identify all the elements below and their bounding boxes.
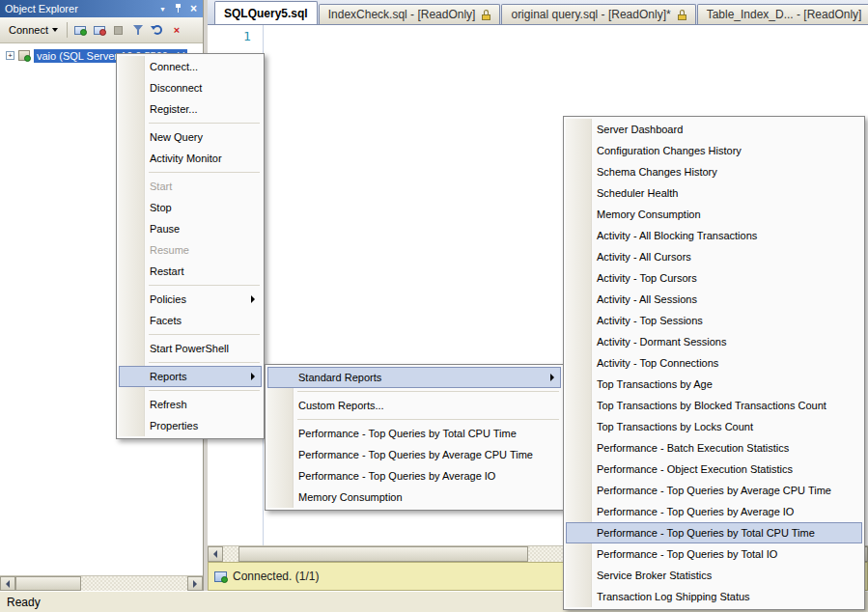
menu-item[interactable]: Performance - Top Queries by Total IO [566,543,862,565]
menu-separator [149,362,260,363]
document-tab[interactable]: original query.sql - [ReadOnly]* [501,4,695,24]
menu-item[interactable]: Performance - Top Queries by Total CPU T… [267,423,561,444]
stop-icon[interactable] [109,20,128,40]
window-position-button[interactable]: ▼ [155,2,170,15]
status-text: Ready [7,596,41,609]
menu-item[interactable]: Performance - Batch Execution Statistics [566,437,862,459]
menu-item-label: Reports [150,371,187,382]
menu-item[interactable]: Start [119,176,262,197]
object-explorer-hscrollbar[interactable] [0,575,203,591]
expand-icon[interactable]: + [6,51,14,60]
menu-item[interactable]: Performance - Top Queries by Total CPU T… [566,522,862,543]
connect-dropdown-button[interactable]: Connect [3,20,64,40]
menu-item[interactable]: Facets [119,310,262,331]
lock-body-glyph [678,14,686,20]
lock-icon [482,10,490,20]
menu-item[interactable]: Restart [119,261,262,282]
document-tab[interactable]: SQLQuery5.sql [214,1,318,24]
menu-item[interactable]: Policies [119,289,262,310]
menu-item[interactable]: Properties [119,415,262,436]
filter-icon[interactable] [128,20,148,40]
menu-item[interactable]: Resume [119,239,262,261]
scrollbar-track[interactable] [15,576,187,591]
server-context-menu: Connect... Disconnect Register... New Qu… [116,53,265,439]
tab-label: Table_Index_D... - [ReadOnly] [707,8,862,21]
menu-item-label: Resume [150,244,189,256]
menu-item-label: Custom Reports... [298,400,384,411]
scroll-left-button[interactable] [0,576,15,591]
menu-item-label: Pause [150,223,180,235]
menu-item-label: Register... [150,103,198,115]
menu-item[interactable]: Performance - Top Queries by Average CPU… [566,480,862,501]
menu-item-label: Performance - Top Queries by Average IO [597,506,794,517]
menu-item-label: Server Dashboard [597,124,683,135]
disconnect-server-icon[interactable] [90,20,109,40]
menu-item[interactable]: Custom Reports... [267,395,561,416]
menu-item[interactable]: Transaction Log Shipping Status [566,586,862,607]
menu-item[interactable]: Scheduler Health [566,182,862,204]
menu-item[interactable]: Refresh [119,394,262,415]
menu-item[interactable]: Disconnect [119,77,262,98]
menu-item[interactable]: Performance - Object Execution Statistic… [566,459,862,480]
menu-item-label: Top Transactions by Locks Count [597,421,753,432]
menu-separator [149,334,260,335]
menu-item[interactable]: Activity - Top Cursors [566,267,862,289]
menu-item[interactable]: Memory Consumption [267,487,561,508]
tab-label: IndexCheck.sql - [ReadOnly] [328,8,476,21]
object-explorer-titlebar[interactable]: Object Explorer ▼ × [0,0,203,17]
menu-item[interactable]: Start PowerShell [119,338,262,359]
menu-item[interactable]: Pause [119,218,262,239]
menu-item[interactable]: Top Transactions by Blocked Transactions… [566,395,862,416]
menu-item[interactable]: Activity - All Blocking Transactions [566,225,862,246]
menu-item-label: Performance - Object Execution Statistic… [597,463,793,475]
menu-item[interactable]: Top Transactions by Age [566,374,862,395]
menu-item[interactable]: Performance - Top Queries by Average CPU… [267,444,561,465]
menu-item[interactable]: Top Transactions by Locks Count [566,416,862,437]
chevron-down-icon: ▼ [159,6,166,13]
menu-item[interactable]: Activity - Top Sessions [566,310,862,331]
server-icon [18,50,30,61]
scroll-left-button[interactable] [208,546,223,562]
remove-icon[interactable]: × [167,20,186,40]
server-plug-glyph [74,26,86,35]
menu-item-label: Memory Consumption [597,209,701,220]
menu-item-label: Transaction Log Shipping Status [597,591,750,602]
menu-item[interactable]: Activity - Dormant Sessions [566,331,862,352]
menu-item[interactable]: Server Dashboard [566,119,862,140]
scroll-right-button[interactable] [187,576,203,591]
menu-item-label: Activity Monitor [150,153,222,164]
menu-item[interactable]: Schema Changes History [566,161,862,182]
menu-item[interactable]: Performance - Top Queries by Average IO [566,501,862,522]
menu-item[interactable]: Performance - Top Queries by Average IO [267,465,561,487]
menu-item[interactable]: Register... [119,98,262,120]
menu-item[interactable]: Memory Consumption [566,204,862,225]
menu-item[interactable]: Reports [119,366,262,387]
close-panel-button[interactable]: × [186,2,201,15]
connect-server-icon[interactable] [70,20,90,40]
submenu-arrow-icon [550,374,554,381]
menu-item[interactable]: Standard Reports [267,367,561,388]
menu-item[interactable]: Activity - All Sessions [566,289,862,310]
scrollbar-thumb[interactable] [15,576,81,591]
document-tab[interactable]: Table_Index_D... - [ReadOnly] [697,4,868,24]
document-tab[interactable]: IndexCheck.sql - [ReadOnly] [319,4,501,24]
connection-status-text: Connected. (1/1) [233,570,319,583]
scrollbar-thumb[interactable] [238,546,528,562]
menu-item[interactable]: Service Broker Statistics [566,565,862,586]
menu-item[interactable]: New Query [119,126,262,148]
refresh-icon[interactable] [148,20,167,40]
menu-item-label: New Query [150,131,203,143]
lock-body-glyph [482,14,490,20]
menu-item[interactable]: Activity - Top Connections [566,352,862,374]
auto-hide-pin-button[interactable] [171,2,185,15]
menu-separator [149,123,260,124]
menu-item[interactable]: Activity Monitor [119,148,262,169]
arrow-left-icon [6,580,10,588]
menu-item-label: Stop [150,202,172,213]
menu-item[interactable]: Connect... [119,56,262,77]
menu-item[interactable]: Stop [119,197,262,218]
menu-item[interactable]: Activity - All Cursors [566,246,862,267]
ssms-window: Object Explorer ▼ × Connect × + vaio (SQ… [0,0,868,612]
menu-item-label: Facets [150,315,182,326]
menu-item[interactable]: Configuration Changes History [566,140,862,161]
